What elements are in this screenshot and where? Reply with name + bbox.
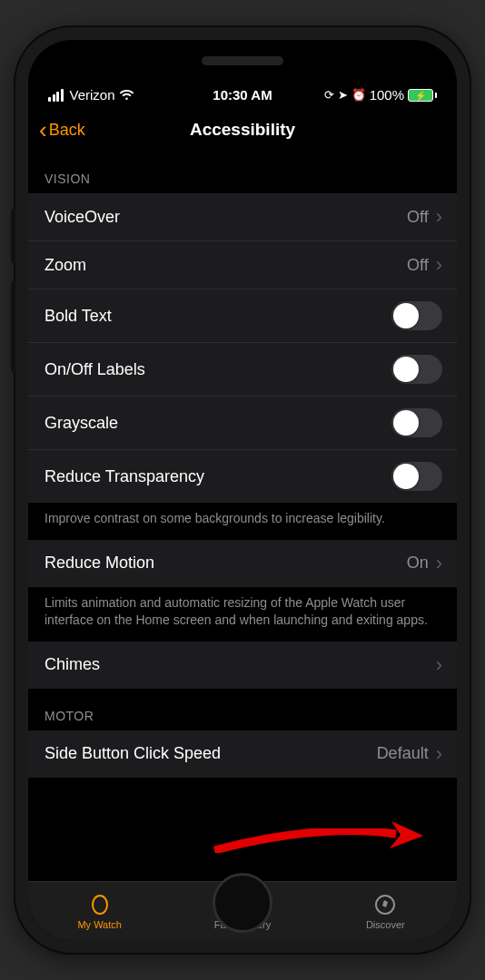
chevron-left-icon: ‹ (39, 118, 47, 142)
status-bar: Verizon 10:30 AM ⟳ ➤ ⏰ 100% (28, 40, 457, 108)
chevron-right-icon: › (436, 205, 442, 229)
row-label: VoiceOver (45, 208, 120, 227)
svg-point-0 (93, 896, 107, 914)
row-side-button-speed[interactable]: Side Button Click Speed Default› (28, 730, 457, 778)
row-zoom[interactable]: Zoom Off› (28, 241, 457, 289)
clock-label: 10:30 AM (213, 87, 272, 103)
tab-my-watch[interactable]: My Watch (28, 882, 171, 940)
row-voiceover[interactable]: VoiceOver Off› (28, 193, 457, 241)
motion-group: Reduce Motion On› (28, 540, 457, 587)
chimes-group: Chimes › (28, 642, 457, 689)
section-header-motor: MOTOR (28, 689, 457, 730)
watch-icon (88, 893, 112, 916)
motor-group: Side Button Click Speed Default› (28, 730, 457, 778)
chevron-right-icon: › (436, 253, 442, 277)
toggle-grayscale[interactable] (391, 408, 442, 437)
orientation-lock-icon: ⟳ (324, 88, 334, 102)
home-button[interactable] (213, 873, 272, 933)
back-label: Back (49, 121, 85, 140)
row-label: Bold Text (45, 307, 112, 326)
row-label: Grayscale (45, 414, 118, 433)
toggle-reduce-transparency[interactable] (391, 462, 442, 491)
row-bold-text[interactable]: Bold Text (28, 289, 457, 343)
row-label: Reduce Motion (45, 554, 154, 573)
chevron-right-icon: › (436, 653, 442, 677)
battery-percent-label: 100% (370, 87, 404, 103)
settings-list[interactable]: VISION VoiceOver Off› Zoom Off› Bold Tex… (28, 152, 457, 881)
row-label: Side Button Click Speed (45, 744, 221, 763)
location-icon: ➤ (338, 88, 348, 102)
row-reduce-motion[interactable]: Reduce Motion On› (28, 540, 457, 587)
tab-label: Discover (366, 919, 405, 930)
row-value: Off (407, 256, 429, 275)
battery-icon (408, 89, 437, 102)
section-header-vision: VISION (28, 152, 457, 193)
tab-discover[interactable]: Discover (314, 882, 457, 940)
footer-motion: Limits animation and automatic resizing … (28, 587, 457, 642)
cellular-signal-icon (48, 89, 64, 102)
carrier-label: Verizon (70, 87, 115, 103)
compass-icon (373, 893, 397, 916)
row-label: On/Off Labels (45, 360, 145, 379)
row-grayscale[interactable]: Grayscale (28, 397, 457, 450)
phone-frame: Verizon 10:30 AM ⟳ ➤ ⏰ 100% ‹ Back Acces… (15, 27, 470, 953)
chevron-right-icon: › (436, 552, 442, 575)
row-chimes[interactable]: Chimes › (28, 642, 457, 689)
row-label: Reduce Transparency (45, 467, 204, 486)
tab-label: My Watch (77, 919, 122, 930)
alarm-icon: ⏰ (351, 88, 366, 102)
vision-group: VoiceOver Off› Zoom Off› Bold Text On/Of… (28, 193, 457, 503)
wifi-icon (119, 89, 134, 101)
row-onoff-labels[interactable]: On/Off Labels (28, 343, 457, 397)
row-label: Zoom (45, 256, 86, 275)
screen: Verizon 10:30 AM ⟳ ➤ ⏰ 100% ‹ Back Acces… (28, 40, 457, 940)
toggle-onoff-labels[interactable] (391, 355, 442, 384)
back-button[interactable]: ‹ Back (39, 118, 85, 142)
toggle-bold-text[interactable] (391, 301, 442, 330)
row-value: On (407, 554, 429, 573)
row-value: Off (407, 208, 429, 227)
row-reduce-transparency[interactable]: Reduce Transparency (28, 450, 457, 503)
footer-transparency: Improve contrast on some backgrounds to … (28, 503, 457, 540)
page-title: Accessibility (190, 120, 295, 140)
row-label: Chimes (45, 655, 100, 674)
navigation-bar: ‹ Back Accessibility (28, 108, 457, 152)
earpiece (202, 56, 283, 65)
row-value: Default (377, 744, 429, 763)
chevron-right-icon: › (436, 742, 442, 766)
annotation-arrow-icon (210, 814, 428, 859)
